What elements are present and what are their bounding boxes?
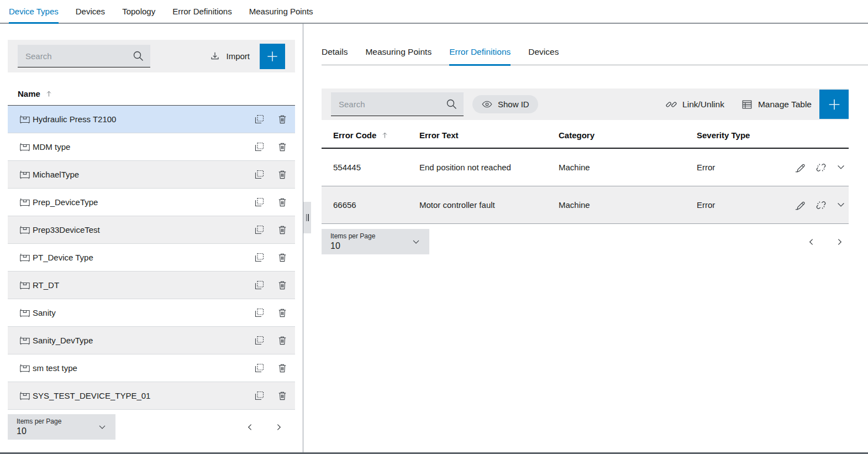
items-per-page-label: Items per Page [17,418,61,426]
next-page-button[interactable] [835,237,844,247]
import-label: Import [226,51,250,61]
device-type-row-prep-devicetype[interactable]: Prep_DeviceType [8,189,295,216]
device-type-name: sm test type [33,363,77,373]
tab-measuring-points[interactable]: Measuring Points [365,47,432,65]
column-error-text[interactable]: Error Text [419,131,559,140]
delete-button[interactable] [277,279,288,291]
device-types-search-input[interactable] [25,51,131,61]
import-button[interactable]: Import [209,50,250,62]
device-type-row-michaeltype[interactable]: MichaelType [8,161,295,189]
device-type-detail-panel: Details Measuring Points Error Definitio… [304,24,868,452]
error-row-66656[interactable]: 66656 Motor controller fault Machine Err… [322,186,849,224]
error-code: 66656 [333,200,419,210]
search-icon[interactable] [445,97,458,111]
device-types-panel: Import Name Hydraulic Press T2100 [0,24,303,452]
unlink-button[interactable] [815,199,827,211]
device-type-icon [19,252,31,263]
nav-tab-device-types[interactable]: Device Types [9,0,59,23]
delete-button[interactable] [277,169,288,180]
edit-button[interactable] [795,161,807,174]
error-definitions-search-input[interactable] [339,100,445,109]
device-type-row-prep33devicetest[interactable]: Prep33DeviceTest [8,216,295,244]
delete-button[interactable] [277,307,288,319]
previous-page-button[interactable] [807,237,816,247]
show-id-toggle[interactable]: Show ID [472,95,538,113]
column-category[interactable]: Category [559,131,697,140]
duplicate-button[interactable] [254,196,265,208]
edit-button[interactable] [795,199,807,211]
tab-devices[interactable]: Devices [528,47,559,65]
name-column-header[interactable]: Name [18,89,295,98]
plus-icon [265,49,280,64]
device-types-search[interactable] [18,45,150,67]
device-type-icon [19,363,31,374]
delete-button[interactable] [277,252,288,263]
device-type-row-mdm-type[interactable]: MDM type [8,133,295,161]
search-icon[interactable] [131,49,145,62]
column-error-code[interactable]: Error Code [333,131,419,140]
manage-table-label: Manage Table [758,100,812,109]
duplicate-button[interactable] [254,113,265,125]
delete-button[interactable] [277,362,288,374]
main-nav: Device Types Devices Topology Error Defi… [0,0,868,24]
nav-tab-topology[interactable]: Topology [122,0,155,23]
error-definitions-search[interactable] [331,92,464,116]
items-per-page-select[interactable]: Items per Page 10 [8,414,115,440]
tab-error-definitions[interactable]: Error Definitions [449,47,511,65]
delete-button[interactable] [277,224,288,236]
device-type-row-hydraulic-press-t2100[interactable]: Hydraulic Press T2100 [8,106,295,133]
duplicate-button[interactable] [254,169,265,180]
device-type-icon [19,142,31,153]
device-type-row-sanity[interactable]: Sanity [8,299,295,327]
device-types-toolbar: Import [8,40,295,72]
plus-icon [827,97,842,112]
delete-button[interactable] [277,141,288,153]
delete-button[interactable] [277,113,288,125]
show-id-label: Show ID [498,100,529,109]
device-type-name: MichaelType [33,170,79,179]
unlink-button[interactable] [815,161,827,174]
device-type-name: SYS_TEST_DEVICE_TYPE_01 [33,391,150,400]
delete-button[interactable] [277,390,288,401]
expand-row-button[interactable] [835,199,846,211]
items-per-page-value: 10 [17,426,61,437]
duplicate-button[interactable] [254,224,265,236]
delete-button[interactable] [277,335,288,346]
column-severity-type[interactable]: Severity Type [697,131,777,140]
next-page-button[interactable] [274,422,283,432]
error-severity: Error [697,200,777,210]
manage-table-button[interactable]: Manage Table [741,98,812,111]
device-type-row-rt-dt[interactable]: RT_DT [8,272,295,299]
device-type-row-sys-test-device-type-01[interactable]: SYS_TEST_DEVICE_TYPE_01 [8,382,295,410]
duplicate-button[interactable] [254,362,265,374]
duplicate-button[interactable] [254,390,265,401]
previous-page-button[interactable] [245,422,255,432]
add-error-definition-button[interactable] [819,90,849,119]
table-icon [741,98,753,111]
error-row-554445[interactable]: 554445 End position not reached Machine … [322,149,849,186]
device-type-name: Sanity_DevType [33,336,93,345]
device-type-row-sanity-devtype[interactable]: Sanity_DevType [8,327,295,354]
duplicate-button[interactable] [254,141,265,153]
device-type-icon [19,335,31,346]
delete-button[interactable] [277,196,288,208]
panel-resize-handle[interactable] [303,202,311,233]
nav-tab-error-definitions[interactable]: Error Definitions [172,0,232,23]
device-type-name: Sanity [33,308,56,317]
device-type-row-pt-device-type[interactable]: PT_Device Type [8,244,295,272]
items-per-page-select[interactable]: Items per Page 10 [322,229,429,254]
nav-tab-measuring-points[interactable]: Measuring Points [249,0,313,23]
device-type-name: MDM type [33,142,70,152]
error-category: Machine [559,163,697,172]
duplicate-button[interactable] [254,252,265,263]
tab-details[interactable]: Details [322,47,348,65]
add-device-type-button[interactable] [260,44,285,69]
expand-row-button[interactable] [835,161,846,174]
device-type-row-sm-test-type[interactable]: sm test type [8,354,295,382]
duplicate-button[interactable] [254,279,265,291]
duplicate-button[interactable] [254,335,265,346]
nav-tab-devices[interactable]: Devices [76,0,105,23]
duplicate-button[interactable] [254,307,265,319]
error-definitions-pagination: Items per Page 10 [322,229,849,254]
link-unlink-button[interactable]: Link/Unlink [665,98,724,111]
